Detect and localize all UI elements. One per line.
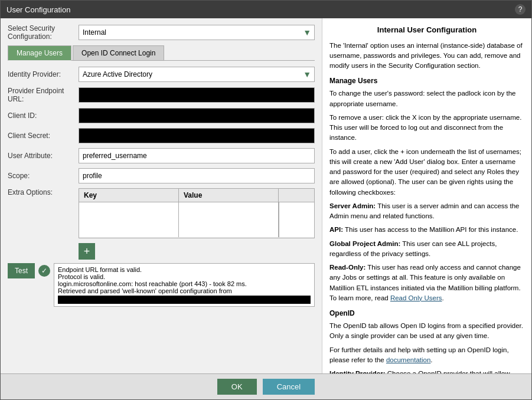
test-output-redacted [58, 296, 311, 304]
help-icon[interactable]: ? [515, 4, 526, 15]
security-config-label: Select Security Configuration: [8, 24, 79, 41]
scope-row: Scope: [8, 168, 315, 183]
help-intro: The 'Internal' option uses an internal (… [329, 41, 524, 71]
help-openid-p2: For further details and help with settin… [329, 345, 524, 366]
server-admin-label: Server Admin: [329, 202, 376, 209]
scope-input[interactable] [79, 168, 315, 183]
help-identity-provider: Identity Provider: Choose a OpenID provi… [329, 369, 524, 373]
tabs-container: Manage Users Open ID Connect Login [8, 45, 315, 61]
ok-button[interactable]: OK [217, 379, 257, 395]
extra-options-data-row [79, 202, 314, 238]
help-api: API: This user has access to the Matilli… [329, 225, 524, 235]
extra-options-header: Key Value [79, 189, 314, 202]
api-text: This user has access to the Matillion AP… [345, 226, 518, 233]
extra-options-table: Key Value [79, 188, 315, 238]
test-output: Endpoint URL format is valid. Protocol i… [54, 263, 315, 307]
extra-options-value-header: Value [179, 189, 279, 202]
help-global-project: Global Project Admin: This user can see … [329, 239, 524, 260]
provider-endpoint-input[interactable] [79, 87, 315, 103]
client-id-label: Client ID: [8, 112, 79, 120]
help-manage-users-heading: Manage Users [329, 76, 524, 86]
test-status-icon: ✓ [38, 265, 50, 277]
tab-manage-users[interactable]: Manage Users [8, 45, 71, 61]
extra-options-label: Extra Options: [8, 188, 79, 196]
help-manage-users-p2: To remove a user: click the X icon by th… [329, 113, 524, 143]
content-area: Select Security Configuration: Internal … [1, 18, 531, 373]
test-button[interactable]: Test [8, 263, 35, 278]
security-config-select-wrapper: Internal External LDAP ▼ [79, 25, 315, 40]
extra-options-key-cell [79, 202, 179, 237]
add-row-button[interactable]: + [79, 243, 95, 260]
scope-label: Scope: [8, 172, 79, 180]
extra-options-value-cell [179, 202, 279, 237]
test-output-line4: Retrieved and parsed 'well-known' openId… [58, 287, 311, 294]
client-secret-row: Client Secret: [8, 128, 315, 143]
read-only-label: Read-Only: [329, 264, 365, 271]
help-openid-p1: The OpenID tab allows Open ID logins fro… [329, 321, 524, 342]
user-attribute-label: User Attribute: [8, 152, 79, 160]
openid-link[interactable]: documentation [386, 356, 430, 363]
client-secret-label: Client Secret: [8, 132, 79, 140]
help-title: Internal User Configuration [329, 24, 524, 36]
client-secret-input[interactable] [79, 128, 315, 143]
user-attribute-input[interactable] [79, 148, 315, 163]
help-server-admin: Server Admin: This user is a server admi… [329, 201, 524, 222]
provider-endpoint-label: Provider Endpoint URL: [8, 87, 79, 103]
tab-openid-connect[interactable]: Open ID Connect Login [73, 45, 164, 61]
test-section: Test ✓ Endpoint URL format is valid. Pro… [8, 263, 315, 307]
extra-options-row: Extra Options: Key Value [8, 188, 315, 238]
right-panel: Internal User Configuration The 'Interna… [322, 18, 531, 373]
security-config-row: Select Security Configuration: Internal … [8, 24, 315, 41]
security-config-select[interactable]: Internal External LDAP [79, 25, 315, 40]
api-label: API: [329, 226, 343, 233]
extra-options-key-header: Key [79, 189, 179, 202]
client-id-row: Client ID: [8, 108, 315, 123]
identity-provider-select-wrapper: Azure Active Directory Google Okta Gener… [79, 67, 315, 82]
identity-provider-label: Identity Provider: [8, 70, 79, 78]
footer: OK Cancel [1, 373, 531, 399]
user-attribute-row: User Attribute: [8, 148, 315, 163]
test-output-line1: Endpoint URL format is valid. [58, 266, 311, 273]
help-manage-users-p1: To change the user's password: select th… [329, 88, 524, 109]
cancel-button[interactable]: Cancel [263, 379, 315, 395]
help-manage-users-p3: To add a user, click the + icon undernea… [329, 147, 524, 198]
add-btn-container: + [79, 243, 315, 260]
help-read-only: Read-Only: This user has read only acces… [329, 263, 524, 303]
test-output-line2: Protocol is valid. [58, 273, 311, 280]
main-window: User Configuration ? Select Security Con… [0, 0, 532, 400]
help-openid-heading: OpenID [329, 308, 524, 319]
identity-provider-select[interactable]: Azure Active Directory Google Okta Gener… [79, 67, 315, 82]
global-project-label: Global Project Admin: [329, 240, 400, 247]
read-only-link[interactable]: Read Only Users [390, 294, 442, 301]
client-id-input[interactable] [79, 108, 315, 123]
identity-provider-row: Identity Provider: Azure Active Director… [8, 67, 315, 82]
left-panel: Select Security Configuration: Internal … [1, 18, 322, 373]
provider-endpoint-row: Provider Endpoint URL: [8, 87, 315, 103]
title-bar: User Configuration ? [1, 1, 531, 18]
window-title: User Configuration [6, 5, 70, 14]
test-output-line3: login.microsoftonline.com: host reachabl… [58, 280, 311, 287]
